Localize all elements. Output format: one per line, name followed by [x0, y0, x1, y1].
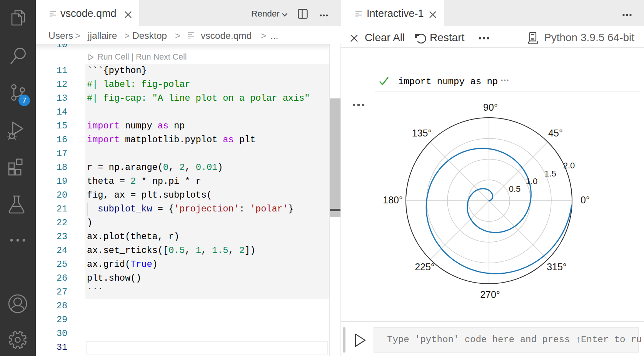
svg-text:0°: 0°	[581, 195, 590, 205]
svg-text:180°: 180°	[383, 195, 403, 205]
svg-text:45°: 45°	[548, 128, 563, 138]
svg-text:1.5: 1.5	[544, 169, 556, 178]
svg-text:0.5: 0.5	[509, 184, 521, 194]
svg-text:1.0: 1.0	[526, 176, 538, 186]
svg-text:135°: 135°	[412, 128, 432, 138]
svg-text:270°: 270°	[480, 289, 500, 300]
svg-text:90°: 90°	[483, 102, 498, 113]
svg-text:315°: 315°	[547, 261, 567, 272]
svg-text:2.0: 2.0	[563, 161, 575, 170]
svg-text:225°: 225°	[415, 261, 435, 272]
